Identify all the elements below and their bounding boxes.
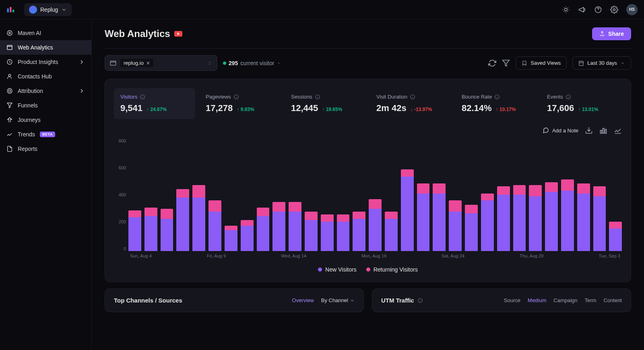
brand-selector[interactable]: Replug [24,3,72,16]
settings-icon[interactable] [610,6,618,14]
chart-bar[interactable] [321,214,334,251]
chart-bar[interactable] [272,202,285,251]
chart-bar[interactable] [593,186,606,251]
share-button[interactable]: Share [592,27,631,40]
utm-tab-medium[interactable]: Medium [528,297,546,303]
help-icon[interactable] [594,6,602,14]
brand-name: Replug [40,6,58,13]
chart-bar[interactable] [144,208,157,251]
x-tick: Fri, Aug 9 [207,253,226,258]
chart-bar[interactable] [561,179,574,251]
date-range-button[interactable]: Last 30 days [572,56,631,70]
chart-bar[interactable] [208,200,221,251]
bar-chart-icon[interactable] [599,126,607,134]
utm-tab-term[interactable]: Term [585,297,597,303]
metric-visit-duration[interactable]: Visit Duration2m 42s↓ -13.97% [370,88,451,119]
metric-label: Visitors [120,94,137,100]
nav-icon [6,117,13,123]
chart-bar[interactable] [449,200,462,251]
chart-bar[interactable] [433,183,446,251]
announce-icon[interactable] [578,6,586,14]
svg-rect-21 [601,130,602,134]
chart-bar[interactable] [176,189,189,251]
chart-bar[interactable] [401,169,414,251]
sidebar-item-maven-ai[interactable]: Maven AI [0,26,91,40]
channels-tab-by-channel[interactable]: By Channel [321,297,355,303]
x-tick: Sat, Aug 24 [442,253,464,258]
legend-dot-icon [318,268,322,272]
utm-tab-content[interactable]: Content [603,297,622,303]
metric-events[interactable]: Events17,606↑ 13.01% [541,88,622,119]
filter-icon[interactable] [502,59,510,67]
share-icon [599,31,605,37]
sidebar-item-funnels[interactable]: Funnels [0,98,91,113]
sidebar-item-attribution[interactable]: Attribution [0,84,91,98]
chart-bar[interactable] [192,185,205,251]
chart-bar[interactable] [481,194,494,251]
chart-bar[interactable] [257,208,270,251]
chart-bar[interactable] [497,186,510,251]
legend-dot-icon [366,268,370,272]
svg-point-7 [7,31,12,35]
chip-close-icon[interactable]: ✕ [146,60,150,66]
sidebar-item-web-analytics[interactable]: Web Analytics [0,40,91,55]
chevron-right-icon [78,59,85,65]
chart-bar[interactable] [369,199,382,251]
channels-tab-overview[interactable]: Overview [292,297,314,303]
live-text: current visitor [240,60,274,66]
refresh-icon[interactable] [488,59,496,67]
line-chart-icon[interactable] [614,126,622,134]
site-name: replug.io [124,60,144,66]
svg-rect-2 [12,10,14,12]
chart-bar[interactable] [161,209,173,251]
sidebar-item-contacts-hub[interactable]: Contacts Hub [0,69,91,84]
chart-bar[interactable] [305,212,318,251]
utm-tab-source[interactable]: Source [504,297,520,303]
youtube-icon[interactable] [174,31,182,37]
y-tick: 200 [114,219,126,224]
chart-bar[interactable] [289,202,301,251]
legend-returning: Returning Visitors [366,266,418,273]
sidebar-item-label: Contacts Hub [18,73,52,80]
sidebar-item-trends[interactable]: TrendsBETA [0,127,91,142]
nav-icon [6,146,13,152]
user-avatar[interactable]: HS [626,4,638,15]
chart-bar[interactable] [545,182,558,251]
chart-bar[interactable] [128,210,141,251]
metric-bounce-rate[interactable]: Bounce Rate82.14%↑ 10.17% [455,88,537,119]
metric-change: ↑ 19.65% [322,107,342,112]
live-visitors[interactable]: 295 current visitor [223,60,281,66]
chart-bar[interactable] [385,212,398,251]
metric-sessions[interactable]: Sessions12,445↑ 19.65% [285,88,366,119]
site-selector[interactable]: replug.io ✕ [105,55,217,71]
svg-point-11 [7,89,12,93]
add-note-button[interactable]: Add a Note [543,127,578,134]
chart-bar[interactable] [529,185,542,251]
saved-views-button[interactable]: Saved Views [516,56,567,70]
sidebar-item-product-insights[interactable]: Product Insights [0,55,91,69]
chart-bar[interactable] [577,183,590,251]
sidebar-item-reports[interactable]: Reports [0,142,91,156]
metric-pageviews[interactable]: Pageviews17,278↑ 9.83% [199,88,281,119]
chart-bar[interactable] [417,183,430,251]
sidebar-item-journeys[interactable]: Journeys [0,113,91,127]
chart-bar[interactable] [353,212,365,251]
metric-visitors[interactable]: Visitors9,541↑ 24.67% [114,88,195,119]
chart-bar[interactable] [225,226,237,251]
download-icon[interactable] [585,126,593,134]
chart-bar[interactable] [465,205,478,251]
metric-value: 9,541 [120,103,142,113]
svg-rect-13 [110,61,116,65]
chart-bar[interactable] [609,222,622,251]
theme-icon[interactable] [562,6,570,14]
chart-bar[interactable] [337,214,350,251]
chart-bar[interactable] [241,220,254,251]
legend-new: New Visitors [318,266,357,273]
utm-tab-campaign[interactable]: Campaign [553,297,577,303]
chart-bar[interactable] [513,185,526,251]
browser-icon [110,60,116,66]
y-tick: 400 [114,192,126,197]
topbar: Replug HS [0,0,644,19]
info-icon [494,94,500,100]
svg-rect-23 [605,130,606,134]
